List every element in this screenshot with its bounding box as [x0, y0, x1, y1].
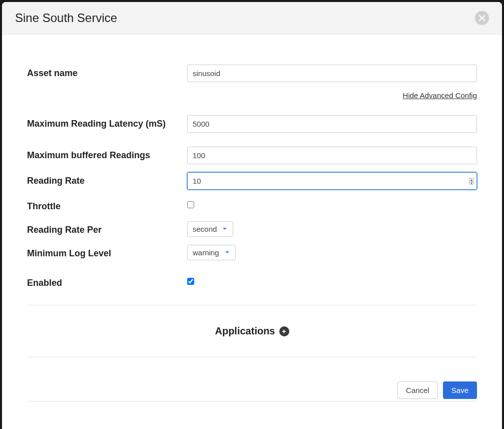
asset-name-input[interactable] [187, 65, 477, 82]
throttle-row: Throttle [27, 198, 477, 213]
spinner-up-icon[interactable]: ▲ [469, 178, 474, 181]
enabled-checkbox[interactable] [187, 278, 194, 285]
asset-name-label: Asset name [27, 65, 187, 80]
max-buffered-label: Maximum buffered Readings [27, 147, 187, 162]
divider [27, 357, 477, 357]
service-config-modal: Sine South Service Asset name Hide Advan… [2, 2, 502, 429]
reading-rate-per-select[interactable]: second [187, 221, 233, 237]
applications-title-row: Applications + [215, 325, 289, 337]
reading-rate-per-value: second [193, 225, 217, 233]
max-latency-input[interactable] [187, 115, 477, 133]
plus-icon: + [282, 327, 286, 335]
close-button[interactable] [475, 11, 489, 25]
modal-body: Asset name Hide Advanced Config Maximum … [2, 35, 502, 429]
enabled-row: Enabled [27, 274, 477, 290]
min-log-level-row: Minimum Log Level warning [27, 245, 477, 260]
reading-rate-per-row: Reading Rate Per second [27, 221, 477, 237]
modal-header: Sine South Service [2, 2, 502, 35]
reading-rate-label: Reading Rate [27, 172, 187, 188]
close-icon [478, 15, 485, 22]
reading-rate-row: Reading Rate ▲ ▼ [27, 172, 477, 190]
min-log-level-label: Minimum Log Level [27, 245, 187, 260]
enabled-label: Enabled [27, 274, 187, 290]
throttle-label: Throttle [27, 198, 187, 213]
advanced-config-row: Hide Advanced Config [27, 91, 477, 100]
cancel-button[interactable]: Cancel [397, 381, 438, 399]
hide-advanced-config-link[interactable]: Hide Advanced Config [403, 91, 477, 100]
min-log-level-value: warning [193, 248, 219, 257]
min-log-level-select[interactable]: warning [187, 245, 236, 260]
modal-footer: Cancel Save [27, 372, 477, 401]
max-buffered-input[interactable] [187, 147, 477, 164]
applications-title: Applications [215, 325, 275, 337]
reading-rate-input[interactable] [187, 172, 477, 190]
max-latency-label: Maximum Reading Latency (mS) [27, 115, 187, 131]
max-buffered-row: Maximum buffered Readings [27, 147, 477, 164]
add-application-button[interactable]: + [279, 326, 289, 336]
spinner-down-icon[interactable]: ▼ [469, 181, 474, 184]
modal-title: Sine South Service [15, 11, 117, 25]
divider [27, 305, 477, 305]
chevron-down-icon [222, 225, 228, 233]
asset-name-row: Asset name [27, 65, 477, 82]
number-spinner: ▲ ▼ [469, 178, 474, 184]
save-button[interactable]: Save [443, 381, 477, 399]
reading-rate-per-label: Reading Rate Per [27, 221, 187, 237]
throttle-checkbox[interactable] [187, 201, 194, 208]
max-latency-row: Maximum Reading Latency (mS) [27, 115, 477, 133]
chevron-down-icon [224, 248, 230, 257]
applications-section: Applications + [27, 325, 477, 337]
